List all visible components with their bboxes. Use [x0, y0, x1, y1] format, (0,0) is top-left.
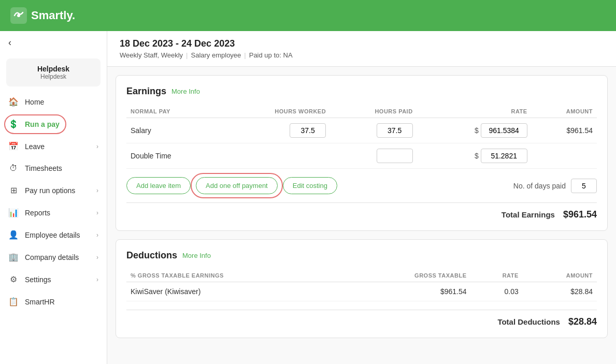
- row-rate: $: [417, 118, 532, 143]
- rate-input[interactable]: [481, 149, 527, 163]
- table-row: Double Time $: [126, 143, 597, 169]
- sidebar-item-smarthr[interactable]: 📋 SmartHR: [0, 290, 107, 313]
- topbar: Smartly.: [0, 0, 616, 31]
- main-content: 18 Dec 2023 - 24 Dec 2023 Weekly Staff, …: [107, 31, 616, 364]
- deductions-section: Deductions More Info % GROSS TAXABLE EAR…: [116, 239, 608, 338]
- table-row: KiwiSaver (Kiwisaver) $961.54 0.03 $28.8…: [126, 282, 597, 301]
- col-gross-taxable: GROSS TAXABLE: [342, 269, 471, 282]
- sidebar: ‹ Helpdesk Helpdesk 🏠 Home 💲 Run a pay 📅…: [0, 31, 107, 364]
- sidebar-item-pay-run-options[interactable]: ⊞ Pay run options ›: [0, 179, 107, 201]
- days-paid-row: No. of days paid: [513, 179, 597, 193]
- chevron-right-icon: ›: [96, 231, 98, 239]
- helpdesk-name: Helpdesk: [12, 65, 94, 73]
- sidebar-item-label: Settings: [25, 275, 90, 284]
- deductions-total-row: Total Deductions $28.84: [126, 310, 597, 327]
- row-hours-paid: [330, 143, 417, 169]
- sidebar-item-label: Leave: [25, 142, 90, 151]
- reports-icon: 📊: [8, 208, 19, 217]
- row-amount: $28.84: [523, 282, 597, 301]
- settings-icon: ⚙: [8, 274, 19, 284]
- logo-icon: [10, 7, 27, 24]
- days-paid-label: No. of days paid: [513, 182, 566, 190]
- col-amount: AMOUNT: [523, 269, 597, 282]
- sidebar-item-leave[interactable]: 📅 Leave ›: [0, 135, 107, 157]
- hours-worked-input[interactable]: [290, 123, 326, 138]
- content-header: 18 Dec 2023 - 24 Dec 2023 Weekly Staff, …: [107, 31, 616, 67]
- add-one-off-payment-button[interactable]: Add one off payment: [196, 177, 278, 194]
- days-paid-input[interactable]: [571, 179, 597, 193]
- earnings-total-value: $961.54: [563, 209, 597, 220]
- back-button[interactable]: ‹: [0, 31, 107, 54]
- sidebar-item-label: SmartHR: [25, 298, 98, 306]
- sidebar-item-label: Home: [25, 98, 98, 106]
- run-a-pay-icon: 💲: [8, 119, 19, 129]
- col-normal-pay: NORMAL PAY: [126, 105, 219, 118]
- col-rate: RATE: [417, 105, 532, 118]
- col-amount: AMOUNT: [532, 105, 597, 118]
- edit-costing-button[interactable]: Edit costing: [283, 177, 337, 194]
- earnings-table: NORMAL PAY HOURS WORKED HOURS PAID RATE …: [126, 105, 597, 169]
- col-rate: RATE: [471, 269, 523, 282]
- meta-paid-up-to: Paid up to: NA: [249, 51, 293, 59]
- earnings-title: Earnings More Info: [126, 86, 597, 97]
- smarthr-icon: 📋: [8, 297, 19, 307]
- home-icon: 🏠: [8, 97, 19, 107]
- logo[interactable]: Smartly.: [10, 7, 75, 24]
- row-hours-worked: [219, 143, 331, 169]
- deductions-more-info[interactable]: More Info: [182, 252, 211, 259]
- row-rate: $: [417, 143, 532, 169]
- row-label: Salary: [126, 118, 219, 143]
- pay-run-options-icon: ⊞: [8, 185, 19, 195]
- add-leave-item-button[interactable]: Add leave item: [126, 177, 191, 194]
- col-gross-taxable-earnings: % GROSS TAXABLE EARNINGS: [126, 269, 342, 282]
- chevron-right-icon: ›: [96, 276, 98, 283]
- dollar-sign: $: [475, 126, 479, 135]
- sidebar-item-label: Reports: [25, 209, 90, 217]
- deductions-table: % GROSS TAXABLE EARNINGS GROSS TAXABLE R…: [126, 269, 597, 301]
- row-rate: 0.03: [471, 282, 523, 301]
- sidebar-item-label: Company details: [25, 253, 90, 261]
- chevron-right-icon: ›: [96, 187, 98, 194]
- col-hours-worked: HOURS WORKED: [219, 105, 331, 118]
- hours-paid-input[interactable]: [377, 149, 413, 163]
- company-details-icon: 🏢: [8, 252, 19, 262]
- logo-text: Smartly.: [31, 9, 75, 22]
- sidebar-item-run-a-pay[interactable]: 💲 Run a pay: [0, 113, 107, 135]
- row-label: KiwiSaver (Kiwisaver): [126, 282, 342, 301]
- sidebar-item-label: Employee details: [25, 231, 90, 239]
- row-hours-worked: [219, 118, 331, 143]
- hours-paid-input[interactable]: [377, 123, 413, 138]
- earnings-total-row: Total Earnings $961.54: [126, 202, 597, 220]
- sidebar-item-reports[interactable]: 📊 Reports ›: [0, 201, 107, 224]
- helpdesk-card[interactable]: Helpdesk Helpdesk: [6, 59, 101, 86]
- table-row: Salary $ $961.54: [126, 118, 597, 143]
- chevron-right-icon: ›: [96, 209, 98, 216]
- earnings-section: Earnings More Info NORMAL PAY HOURS WORK…: [116, 75, 608, 231]
- header-meta: Weekly Staff, Weekly | Salary employee |…: [120, 51, 604, 59]
- row-label: Double Time: [126, 143, 219, 169]
- chevron-right-icon: ›: [96, 254, 98, 261]
- dollar-sign: $: [475, 152, 479, 160]
- row-amount: [532, 143, 597, 169]
- deductions-total-label: Total Deductions: [497, 317, 560, 326]
- row-hours-paid: [330, 118, 417, 143]
- sidebar-item-label: Timesheets: [25, 164, 98, 172]
- leave-icon: 📅: [8, 141, 19, 151]
- rate-input[interactable]: [481, 123, 527, 138]
- row-gross-taxable: $961.54: [342, 282, 471, 301]
- sidebar-item-company-details[interactable]: 🏢 Company details ›: [0, 246, 107, 268]
- sidebar-item-settings[interactable]: ⚙ Settings ›: [0, 268, 107, 290]
- sidebar-item-employee-details[interactable]: 👤 Employee details ›: [0, 224, 107, 246]
- sidebar-item-timesheets[interactable]: ⏱ Timesheets: [0, 157, 107, 179]
- deductions-title: Deductions More Info: [126, 250, 597, 261]
- sidebar-item-label: Pay run options: [25, 186, 90, 195]
- add-one-off-wrapper: Add one off payment: [196, 177, 278, 194]
- timesheets-icon: ⏱: [8, 164, 19, 173]
- action-row: Add leave item Add one off payment Edit …: [126, 177, 597, 194]
- sidebar-item-home[interactable]: 🏠 Home: [0, 91, 107, 113]
- date-range: 18 Dec 2023 - 24 Dec 2023: [120, 38, 604, 49]
- helpdesk-sub: Helpdesk: [12, 73, 94, 80]
- chevron-right-icon: ›: [96, 143, 98, 150]
- meta-employee-type: Salary employee: [191, 51, 241, 59]
- earnings-more-info[interactable]: More Info: [171, 88, 200, 95]
